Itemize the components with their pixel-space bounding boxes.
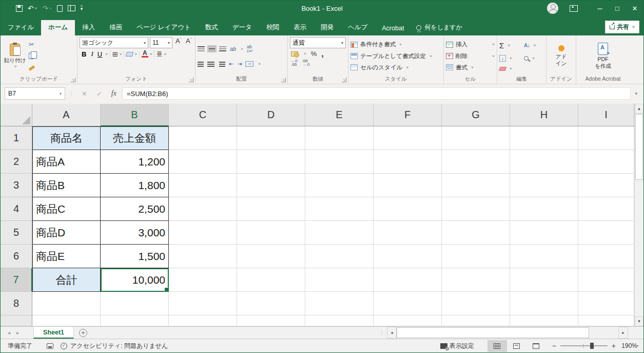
accessibility-status[interactable]: アクセシビリティ: 問題ありません — [70, 342, 168, 350]
cell-D5[interactable] — [237, 221, 305, 245]
cell-D7[interactable] — [237, 268, 305, 292]
decrease-decimal-icon[interactable]: .00→.0 — [302, 59, 309, 66]
cell-B9[interactable] — [101, 315, 169, 326]
format-cells-button[interactable]: 書式˅ — [446, 64, 495, 71]
maximize-button[interactable]: □ — [609, 1, 626, 16]
autosum-button[interactable]: Σ˅ — [499, 41, 520, 50]
align-middle-icon[interactable] — [208, 46, 216, 51]
tab-page-layout[interactable]: ページ レイアウト — [129, 20, 198, 35]
increase-decimal-icon[interactable]: ←0.00 — [291, 59, 297, 66]
cell-C2[interactable] — [169, 150, 237, 174]
cell-F1[interactable] — [374, 126, 442, 150]
expand-formula-bar-icon[interactable]: ▾ — [633, 91, 639, 96]
horizontal-scroll-thumb[interactable] — [397, 327, 589, 338]
cell-C1[interactable] — [169, 126, 237, 150]
currency-icon[interactable] — [291, 51, 298, 57]
copy-button[interactable]: ˅ — [27, 50, 39, 62]
zoom-level[interactable]: 190% — [621, 342, 643, 349]
bold-button[interactable]: B — [80, 50, 88, 58]
tab-insert[interactable]: 挿入 — [75, 20, 102, 35]
column-header-G[interactable]: G — [442, 104, 510, 126]
undo-icon[interactable]: ↶˅ — [28, 4, 37, 12]
underline-button[interactable]: U — [96, 50, 104, 58]
cell-H8[interactable] — [510, 292, 578, 315]
cell-E7[interactable] — [305, 268, 374, 292]
font-color-icon[interactable]: A — [142, 50, 148, 58]
font-name-select[interactable]: 游ゴシック▾ — [80, 37, 148, 48]
delete-cells-button[interactable]: 削除˅ — [446, 52, 495, 60]
clipboard-dialog-launcher[interactable] — [71, 78, 75, 82]
italic-button[interactable]: I — [89, 50, 95, 58]
enter-formula-icon[interactable]: ✓ — [93, 90, 106, 98]
row-header-1[interactable]: 1 — [1, 126, 32, 150]
font-size-select[interactable]: 11▾ — [150, 37, 172, 48]
share-button[interactable]: 共有 ˅ — [605, 21, 639, 33]
cell-H4[interactable] — [510, 197, 578, 221]
cell-B6[interactable]: 1,500 — [101, 245, 169, 268]
decrease-indent-icon[interactable]: ⇤ — [229, 61, 233, 67]
cell-C9[interactable] — [169, 315, 237, 326]
cell-A2[interactable]: 商品A — [32, 150, 101, 174]
scroll-right-icon[interactable]: ▸ — [618, 327, 628, 339]
insert-cells-button[interactable]: 挿入˅ — [446, 41, 495, 48]
cell-B8[interactable] — [101, 292, 169, 315]
format-painter-button[interactable] — [27, 62, 39, 73]
name-box[interactable]: B7 ▾ — [5, 87, 65, 100]
cell-H9[interactable] — [510, 315, 578, 326]
row-header-6[interactable]: 6 — [1, 245, 32, 268]
cell-A3[interactable]: 商品B — [32, 174, 101, 197]
row-header-8[interactable]: 8 — [1, 292, 32, 315]
cell-H6[interactable] — [510, 245, 578, 268]
cell-G3[interactable] — [442, 174, 510, 197]
number-format-select[interactable]: 通貨▾ — [290, 37, 346, 48]
orientation-icon[interactable]: ab — [230, 46, 236, 52]
cell-A4[interactable]: 商品C — [32, 197, 101, 221]
tab-data[interactable]: データ — [225, 20, 259, 35]
borders-icon[interactable]: ⊞ — [112, 50, 118, 58]
tab-draw[interactable]: 描画 — [102, 20, 129, 35]
macro-record-icon[interactable] — [47, 343, 53, 349]
cell-I4[interactable] — [578, 197, 634, 221]
align-left-icon[interactable] — [198, 62, 204, 67]
comma-style-icon[interactable]: , — [321, 51, 323, 57]
tab-developer[interactable]: 開発 — [314, 20, 341, 35]
column-header-F[interactable]: F — [374, 104, 442, 126]
account-avatar[interactable] — [547, 3, 558, 14]
cell-D9[interactable] — [237, 315, 305, 326]
format-as-table-button[interactable]: テーブルとして書式設定˅ — [350, 52, 441, 60]
cell-E5[interactable] — [305, 221, 374, 245]
cell-E6[interactable] — [305, 245, 374, 268]
cell-B3[interactable]: 1,800 — [101, 174, 169, 197]
collapse-ribbon-icon[interactable]: ⌃ — [636, 344, 640, 350]
percent-icon[interactable]: % — [311, 50, 317, 58]
minimize-button[interactable]: ─ — [591, 1, 609, 16]
cell-E1[interactable] — [305, 126, 374, 150]
cell-B7[interactable]: 10,000 — [101, 268, 169, 292]
cell-B4[interactable]: 2,500 — [101, 197, 169, 221]
sheet-nav-right-icon[interactable]: ▸ — [16, 330, 19, 336]
cell-B5[interactable]: 3,000 — [101, 221, 169, 245]
tab-help[interactable]: ヘルプ — [341, 20, 375, 35]
conditional-formatting-button[interactable]: 条件付き書式˅ — [350, 41, 441, 48]
increase-font-icon[interactable]: Aˆ — [174, 37, 183, 48]
cell-I6[interactable] — [578, 245, 634, 268]
cell-A1[interactable]: 商品名 — [32, 126, 101, 150]
column-header-C[interactable]: C — [169, 104, 237, 126]
align-right-icon[interactable] — [219, 62, 225, 67]
cell-E4[interactable] — [305, 197, 374, 221]
align-center-icon[interactable] — [207, 62, 214, 67]
cell-C4[interactable] — [169, 197, 237, 221]
cell-E8[interactable] — [305, 292, 374, 315]
cell-D8[interactable] — [237, 292, 305, 315]
cell-I2[interactable] — [578, 150, 634, 174]
zoom-slider[interactable] — [560, 345, 608, 346]
cell-G1[interactable] — [442, 126, 510, 150]
insert-function-icon[interactable]: fx — [108, 89, 120, 98]
cell-G6[interactable] — [442, 245, 510, 268]
cell-F3[interactable] — [374, 174, 442, 197]
cell-F8[interactable] — [374, 292, 442, 315]
row-header-4[interactable]: 4 — [1, 197, 32, 221]
row-header-5[interactable]: 5 — [1, 221, 32, 245]
cell-G4[interactable] — [442, 197, 510, 221]
cell-F6[interactable] — [374, 245, 442, 268]
